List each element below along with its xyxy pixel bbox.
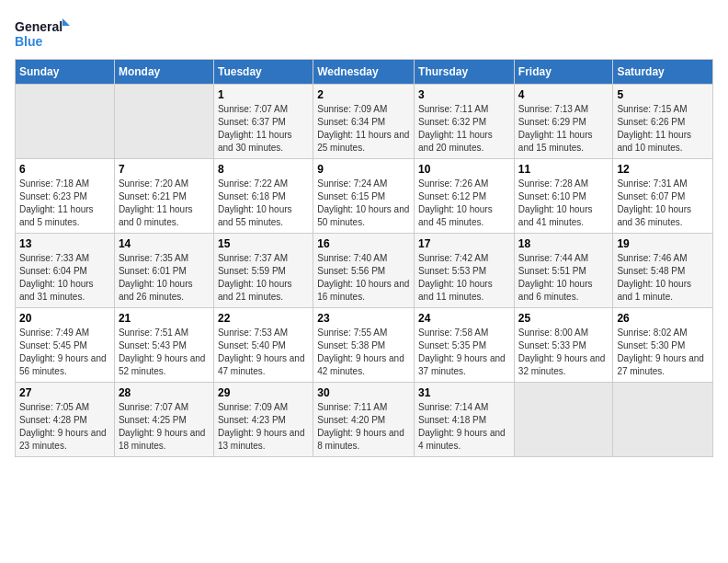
- cell-date: 18: [518, 237, 609, 250]
- day-header-sunday: Sunday: [16, 60, 115, 85]
- cell-info: Sunrise: 7:11 AM Sunset: 4:20 PM Dayligh…: [317, 401, 410, 453]
- cell-info: Sunrise: 7:40 AM Sunset: 5:56 PM Dayligh…: [317, 252, 410, 304]
- cell-date: 9: [317, 163, 410, 176]
- calendar-cell: 3Sunrise: 7:11 AM Sunset: 6:32 PM Daylig…: [415, 85, 515, 159]
- svg-text:General: General: [15, 19, 63, 34]
- logo: General Blue: [15, 15, 70, 52]
- day-header-saturday: Saturday: [613, 60, 713, 85]
- cell-date: 23: [317, 312, 410, 325]
- cell-info: Sunrise: 7:09 AM Sunset: 6:34 PM Dayligh…: [317, 103, 410, 155]
- calendar-cell: 2Sunrise: 7:09 AM Sunset: 6:34 PM Daylig…: [313, 85, 415, 159]
- cell-info: Sunrise: 7:51 AM Sunset: 5:43 PM Dayligh…: [119, 327, 210, 378]
- cell-date: 25: [518, 312, 609, 325]
- cell-info: Sunrise: 7:09 AM Sunset: 4:23 PM Dayligh…: [218, 401, 309, 453]
- cell-info: Sunrise: 7:44 AM Sunset: 5:51 PM Dayligh…: [518, 252, 609, 304]
- cell-date: 17: [418, 237, 510, 250]
- calendar-cell: 27Sunrise: 7:05 AM Sunset: 4:28 PM Dayli…: [16, 383, 115, 457]
- cell-info: Sunrise: 8:00 AM Sunset: 5:33 PM Dayligh…: [518, 327, 609, 378]
- calendar-cell: 31Sunrise: 7:14 AM Sunset: 4:18 PM Dayli…: [415, 383, 515, 457]
- cell-date: 22: [218, 312, 309, 325]
- calendar-cell: 6Sunrise: 7:18 AM Sunset: 6:23 PM Daylig…: [16, 159, 115, 234]
- cell-info: Sunrise: 7:18 AM Sunset: 6:23 PM Dayligh…: [19, 178, 110, 229]
- calendar-cell: 20Sunrise: 7:49 AM Sunset: 5:45 PM Dayli…: [16, 308, 115, 383]
- calendar-cell: 12Sunrise: 7:31 AM Sunset: 6:07 PM Dayli…: [613, 159, 713, 234]
- calendar-cell: 10Sunrise: 7:26 AM Sunset: 6:12 PM Dayli…: [415, 159, 515, 234]
- cell-info: Sunrise: 7:55 AM Sunset: 5:38 PM Dayligh…: [317, 327, 410, 378]
- cell-date: 6: [19, 163, 110, 176]
- cell-info: Sunrise: 7:35 AM Sunset: 6:01 PM Dayligh…: [119, 252, 210, 304]
- cell-date: 14: [119, 237, 210, 250]
- calendar-cell: 15Sunrise: 7:37 AM Sunset: 5:59 PM Dayli…: [213, 234, 313, 308]
- calendar-cell: 30Sunrise: 7:11 AM Sunset: 4:20 PM Dayli…: [313, 383, 415, 457]
- calendar-cell: 5Sunrise: 7:15 AM Sunset: 6:26 PM Daylig…: [613, 85, 713, 159]
- cell-date: 31: [418, 386, 510, 399]
- cell-date: 1: [218, 88, 309, 101]
- cell-date: 29: [218, 386, 309, 399]
- calendar-week-3: 13Sunrise: 7:33 AM Sunset: 6:04 PM Dayli…: [16, 234, 713, 308]
- cell-info: Sunrise: 7:14 AM Sunset: 4:18 PM Dayligh…: [418, 401, 510, 453]
- calendar-cell: [613, 383, 713, 457]
- day-header-thursday: Thursday: [415, 60, 515, 85]
- cell-info: Sunrise: 7:46 AM Sunset: 5:48 PM Dayligh…: [617, 252, 709, 304]
- cell-date: 16: [317, 237, 410, 250]
- calendar-cell: 24Sunrise: 7:58 AM Sunset: 5:35 PM Dayli…: [415, 308, 515, 383]
- calendar-table: SundayMondayTuesdayWednesdayThursdayFrid…: [15, 59, 713, 457]
- day-header-wednesday: Wednesday: [313, 60, 415, 85]
- cell-date: 4: [518, 88, 609, 101]
- cell-info: Sunrise: 7:31 AM Sunset: 6:07 PM Dayligh…: [617, 178, 709, 229]
- cell-date: 10: [418, 163, 510, 176]
- cell-info: Sunrise: 7:20 AM Sunset: 6:21 PM Dayligh…: [119, 178, 210, 229]
- calendar-cell: [16, 85, 115, 159]
- calendar-cell: 4Sunrise: 7:13 AM Sunset: 6:29 PM Daylig…: [514, 85, 613, 159]
- calendar-cell: 17Sunrise: 7:42 AM Sunset: 5:53 PM Dayli…: [415, 234, 515, 308]
- cell-info: Sunrise: 7:22 AM Sunset: 6:18 PM Dayligh…: [218, 178, 309, 229]
- cell-date: 2: [317, 88, 410, 101]
- cell-info: Sunrise: 7:53 AM Sunset: 5:40 PM Dayligh…: [218, 327, 309, 378]
- calendar-cell: 19Sunrise: 7:46 AM Sunset: 5:48 PM Dayli…: [613, 234, 713, 308]
- cell-info: Sunrise: 7:15 AM Sunset: 6:26 PM Dayligh…: [617, 103, 709, 155]
- calendar-cell: [514, 383, 613, 457]
- calendar-cell: 11Sunrise: 7:28 AM Sunset: 6:10 PM Dayli…: [514, 159, 613, 234]
- calendar-cell: 1Sunrise: 7:07 AM Sunset: 6:37 PM Daylig…: [213, 85, 313, 159]
- calendar-cell: 21Sunrise: 7:51 AM Sunset: 5:43 PM Dayli…: [114, 308, 213, 383]
- calendar-cell: [114, 85, 213, 159]
- calendar-cell: 18Sunrise: 7:44 AM Sunset: 5:51 PM Dayli…: [514, 234, 613, 308]
- cell-info: Sunrise: 7:13 AM Sunset: 6:29 PM Dayligh…: [518, 103, 609, 155]
- cell-date: 24: [418, 312, 510, 325]
- day-header-friday: Friday: [514, 60, 613, 85]
- cell-info: Sunrise: 7:33 AM Sunset: 6:04 PM Dayligh…: [19, 252, 110, 304]
- cell-info: Sunrise: 7:05 AM Sunset: 4:28 PM Dayligh…: [19, 401, 110, 453]
- cell-date: 5: [617, 88, 709, 101]
- day-header-monday: Monday: [114, 60, 213, 85]
- calendar-cell: 25Sunrise: 8:00 AM Sunset: 5:33 PM Dayli…: [514, 308, 613, 383]
- cell-date: 30: [317, 386, 410, 399]
- page-header: General Blue: [15, 15, 713, 52]
- cell-date: 27: [19, 386, 110, 399]
- calendar-cell: 16Sunrise: 7:40 AM Sunset: 5:56 PM Dayli…: [313, 234, 415, 308]
- calendar-cell: 7Sunrise: 7:20 AM Sunset: 6:21 PM Daylig…: [114, 159, 213, 234]
- cell-info: Sunrise: 7:37 AM Sunset: 5:59 PM Dayligh…: [218, 252, 309, 304]
- calendar-cell: 28Sunrise: 7:07 AM Sunset: 4:25 PM Dayli…: [114, 383, 213, 457]
- calendar-cell: 8Sunrise: 7:22 AM Sunset: 6:18 PM Daylig…: [213, 159, 313, 234]
- calendar-week-5: 27Sunrise: 7:05 AM Sunset: 4:28 PM Dayli…: [16, 383, 713, 457]
- cell-info: Sunrise: 8:02 AM Sunset: 5:30 PM Dayligh…: [617, 327, 709, 378]
- cell-date: 3: [418, 88, 510, 101]
- cell-date: 15: [218, 237, 309, 250]
- cell-date: 19: [617, 237, 709, 250]
- cell-info: Sunrise: 7:24 AM Sunset: 6:15 PM Dayligh…: [317, 178, 410, 229]
- cell-info: Sunrise: 7:28 AM Sunset: 6:10 PM Dayligh…: [518, 178, 609, 229]
- day-header-tuesday: Tuesday: [213, 60, 313, 85]
- logo-svg: General Blue: [15, 15, 70, 52]
- cell-date: 11: [518, 163, 609, 176]
- cell-date: 8: [218, 163, 309, 176]
- cell-info: Sunrise: 7:49 AM Sunset: 5:45 PM Dayligh…: [19, 327, 110, 378]
- cell-date: 21: [119, 312, 210, 325]
- calendar-cell: 26Sunrise: 8:02 AM Sunset: 5:30 PM Dayli…: [613, 308, 713, 383]
- svg-text:Blue: Blue: [15, 34, 43, 49]
- cell-info: Sunrise: 7:58 AM Sunset: 5:35 PM Dayligh…: [418, 327, 510, 378]
- cell-info: Sunrise: 7:07 AM Sunset: 4:25 PM Dayligh…: [119, 401, 210, 453]
- cell-info: Sunrise: 7:07 AM Sunset: 6:37 PM Dayligh…: [218, 103, 309, 155]
- calendar-cell: 23Sunrise: 7:55 AM Sunset: 5:38 PM Dayli…: [313, 308, 415, 383]
- cell-date: 7: [119, 163, 210, 176]
- calendar-cell: 14Sunrise: 7:35 AM Sunset: 6:01 PM Dayli…: [114, 234, 213, 308]
